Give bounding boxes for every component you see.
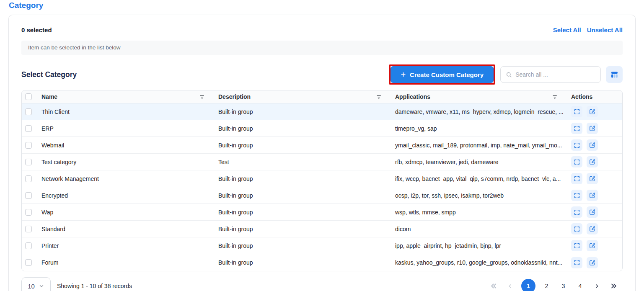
expand-icon [574, 108, 580, 115]
table-row: Network Management Built-in group ifix, … [22, 170, 622, 187]
table-row: Encrypted Built-in group ocsp, i2p, tor,… [22, 187, 622, 204]
expand-button[interactable] [571, 206, 582, 218]
expand-button[interactable] [571, 257, 582, 268]
prev-page-icon[interactable] [504, 279, 516, 291]
selection-hint: Item can be selected in the list below [21, 41, 623, 55]
section-header: Select Category + Create Custom Category [21, 64, 623, 85]
edit-button[interactable] [587, 190, 598, 201]
filter-icon[interactable] [552, 94, 558, 100]
pagination: 1234 [488, 279, 619, 291]
row-checkbox[interactable] [25, 226, 32, 232]
edit-button[interactable] [587, 223, 598, 234]
filter-icon[interactable] [376, 94, 382, 100]
edit-icon [589, 142, 596, 149]
row-checkbox-cell [22, 187, 35, 203]
expand-button[interactable] [571, 173, 582, 184]
cell-description: Built-in group [212, 221, 389, 237]
row-checkbox[interactable] [25, 259, 32, 266]
filter-icon[interactable] [199, 94, 205, 100]
expand-button[interactable] [571, 190, 582, 201]
edit-button[interactable] [587, 173, 598, 184]
expand-button[interactable] [571, 123, 582, 134]
selection-toolbar: 0 selected Select All Unselect All [21, 26, 623, 33]
cell-applications: ymail_classic, mail_189, protonmail, imp… [389, 137, 565, 153]
expand-button[interactable] [571, 240, 582, 251]
cell-name: Webmail [35, 137, 212, 153]
annotation-highlight-box: + Create Custom Category [389, 64, 495, 85]
first-page-icon[interactable] [488, 279, 499, 291]
page-number-button[interactable]: 4 [574, 279, 586, 291]
row-checkbox[interactable] [25, 108, 32, 115]
table-row: Wap Built-in group wsp, wtls, mmse, smpp [22, 204, 622, 221]
edit-icon [589, 175, 596, 182]
column-settings-button[interactable] [606, 66, 623, 83]
table-footer: 10 Showing 1 - 10 of 38 records 1234 [21, 277, 623, 291]
cell-actions [565, 170, 622, 187]
column-header-applications: Applications [389, 90, 565, 103]
edit-button[interactable] [587, 206, 598, 218]
select-all-link[interactable]: Select All [553, 26, 581, 33]
row-checkbox[interactable] [25, 175, 32, 182]
last-page-icon[interactable] [608, 279, 619, 291]
cell-applications: wsp, wtls, mmse, smpp [389, 204, 565, 220]
unselect-all-link[interactable]: Unselect All [587, 26, 623, 33]
row-checkbox-cell [22, 170, 35, 187]
expand-icon [574, 159, 580, 165]
expand-button[interactable] [571, 156, 582, 167]
expand-button[interactable] [571, 223, 582, 234]
cell-actions [565, 154, 622, 170]
page-numbers: 1234 [521, 279, 586, 291]
expand-button[interactable] [571, 106, 582, 117]
cell-name: Forum [35, 254, 212, 271]
edit-icon [589, 158, 596, 165]
table-body: Thin Client Built-in group dameware, vmw… [22, 103, 622, 271]
cell-actions [565, 221, 622, 237]
row-checkbox-cell [22, 221, 35, 237]
cell-description: Built-in group [212, 254, 389, 271]
cell-actions [565, 187, 622, 203]
row-checkbox[interactable] [25, 242, 32, 249]
expand-icon [574, 142, 580, 149]
page-number-button[interactable]: 3 [558, 279, 569, 291]
cell-applications: ifix, wccp, bacnet_app, vital_qip, s7com… [389, 170, 565, 187]
edit-button[interactable] [587, 123, 598, 134]
edit-button[interactable] [587, 257, 598, 268]
cell-name: Printer [35, 237, 212, 254]
row-checkbox[interactable] [25, 125, 32, 132]
create-custom-category-button[interactable]: + Create Custom Category [391, 66, 494, 83]
page-number-button[interactable]: 2 [541, 279, 552, 291]
cell-name: Encrypted [35, 187, 212, 203]
row-checkbox[interactable] [25, 192, 32, 199]
cell-actions [565, 204, 622, 220]
page-number-button[interactable]: 1 [521, 279, 535, 291]
cell-description: Built-in group [212, 103, 389, 120]
column-header-actions: Actions [565, 90, 622, 103]
row-checkbox-cell [22, 154, 35, 170]
edit-button[interactable] [587, 139, 598, 151]
row-checkbox-cell [22, 204, 35, 220]
expand-icon [574, 125, 580, 132]
expand-button[interactable] [571, 139, 582, 151]
row-checkbox[interactable] [25, 209, 32, 216]
next-page-icon[interactable] [591, 279, 603, 291]
cell-applications: ocsp, i2p, tor, ssh, ipsec, isakmp, tor2… [389, 187, 565, 203]
cell-description: Built-in group [212, 120, 389, 136]
cell-name: Wap [35, 204, 212, 220]
search-input[interactable] [515, 71, 595, 78]
edit-button[interactable] [587, 106, 598, 117]
row-checkbox[interactable] [25, 159, 32, 165]
category-table: Name Description Applications [21, 90, 623, 271]
create-button-label: Create Custom Category [410, 71, 484, 78]
edit-button[interactable] [587, 156, 598, 167]
select-all-checkbox[interactable] [25, 93, 32, 100]
cell-actions [565, 254, 622, 271]
expand-icon [574, 242, 580, 249]
category-card: 0 selected Select All Unselect All Item … [8, 15, 636, 291]
row-checkbox[interactable] [25, 142, 32, 149]
cell-description: Built-in group [212, 187, 389, 203]
page-size-value: 10 [28, 283, 35, 290]
row-checkbox-cell [22, 137, 35, 153]
edit-button[interactable] [587, 240, 598, 251]
column-header-description: Description [212, 90, 389, 103]
page-size-select[interactable]: 10 [21, 277, 51, 291]
